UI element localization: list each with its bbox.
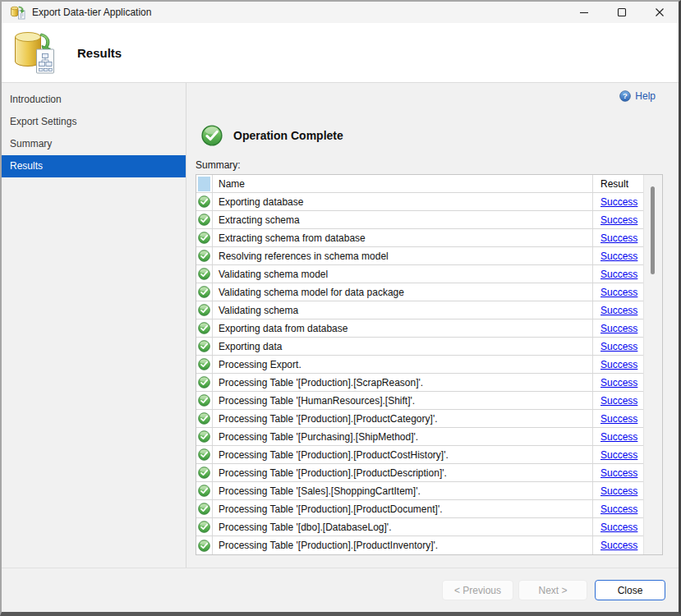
success-check-icon bbox=[198, 448, 210, 461]
sidebar-item-export-settings[interactable]: Export Settings bbox=[2, 111, 186, 133]
success-link[interactable]: Success bbox=[600, 413, 637, 425]
success-check-icon bbox=[198, 394, 210, 407]
sidebar-item-results[interactable]: Results bbox=[2, 155, 186, 177]
table-row[interactable]: Exporting data Success bbox=[196, 338, 643, 356]
success-link[interactable]: Success bbox=[600, 485, 637, 497]
success-check-icon bbox=[198, 485, 210, 497]
table-row[interactable]: Processing Table '[HumanResources].[Shif… bbox=[196, 392, 643, 410]
table-row[interactable]: Validating schema Success bbox=[196, 301, 643, 319]
success-link[interactable]: Success bbox=[600, 377, 637, 388]
success-link[interactable]: Success bbox=[600, 287, 637, 298]
table-row[interactable]: Processing Export. Success bbox=[196, 356, 643, 374]
table-row[interactable]: Processing Table '[Production].[ProductC… bbox=[196, 446, 643, 464]
task-name: Validating schema model for data package bbox=[213, 283, 593, 301]
task-name: Exporting data from database bbox=[213, 319, 593, 337]
success-check-icon bbox=[198, 250, 210, 262]
table-row[interactable]: Processing Table '[Production].[ProductD… bbox=[196, 464, 643, 482]
table-row[interactable]: Processing Table '[Production].[ProductC… bbox=[196, 410, 643, 428]
success-link[interactable]: Success bbox=[600, 341, 637, 352]
results-table-body: Exporting database Success Extracting sc… bbox=[196, 193, 643, 554]
database-to-dac-package-icon bbox=[12, 29, 56, 76]
sidebar-item-summary[interactable]: Summary bbox=[2, 133, 186, 155]
previous-button[interactable]: < Previous bbox=[442, 580, 513, 600]
table-row[interactable]: Processing Table '[dbo].[DatabaseLog]'. … bbox=[196, 518, 643, 536]
success-link[interactable]: Success bbox=[600, 214, 637, 226]
close-icon bbox=[655, 7, 665, 17]
task-name: Exporting database bbox=[213, 193, 593, 210]
success-link[interactable]: Success bbox=[600, 305, 637, 316]
table-row[interactable]: Processing Table '[Sales].[ShoppingCartI… bbox=[196, 482, 643, 500]
export-dac-wizard-window: Export Data-tier Application Results Int… bbox=[0, 0, 681, 616]
table-row[interactable]: Exporting data from database Success bbox=[196, 319, 643, 338]
sidebar-item-introduction[interactable]: Introduction bbox=[2, 89, 186, 111]
vertical-scrollbar[interactable] bbox=[643, 175, 662, 554]
scrollbar-thumb[interactable] bbox=[651, 186, 655, 274]
table-row[interactable]: Extracting schema Success bbox=[196, 211, 643, 229]
task-name: Extracting schema from database bbox=[213, 229, 593, 246]
close-wizard-button[interactable]: Close bbox=[595, 580, 665, 600]
success-link[interactable]: Success bbox=[600, 269, 637, 280]
success-link[interactable]: Success bbox=[600, 232, 637, 244]
success-check-icon bbox=[198, 195, 210, 208]
table-row[interactable]: Validating schema model for data package… bbox=[196, 283, 643, 301]
success-check-icon bbox=[198, 214, 210, 226]
success-link[interactable]: Success bbox=[600, 196, 637, 208]
minimize-button[interactable] bbox=[565, 2, 603, 23]
maximize-button[interactable] bbox=[603, 2, 641, 23]
success-check-icon bbox=[198, 430, 210, 443]
success-link[interactable]: Success bbox=[600, 449, 637, 461]
success-link[interactable]: Success bbox=[600, 395, 637, 407]
table-row[interactable]: Processing Table '[Production].[ScrapRea… bbox=[196, 374, 643, 392]
help-label: Help bbox=[635, 90, 656, 102]
window-title: Export Data-tier Application bbox=[32, 7, 565, 18]
help-link[interactable]: Help bbox=[619, 90, 656, 102]
success-link[interactable]: Success bbox=[600, 540, 637, 551]
status-heading: Operation Complete bbox=[233, 129, 343, 142]
success-check-icon bbox=[198, 376, 210, 388]
task-name: Processing Table '[Purchasing].[ShipMeth… bbox=[213, 428, 593, 445]
table-row[interactable]: Processing Table '[Production].[ProductI… bbox=[196, 536, 643, 554]
window-controls bbox=[565, 2, 679, 23]
name-column-header: Name bbox=[213, 175, 593, 192]
results-page: Help Operation Complete Summary: Name Re… bbox=[186, 83, 679, 568]
results-table: Name Result Exporting database Success E… bbox=[196, 174, 663, 555]
task-name: Exporting data bbox=[213, 338, 593, 355]
success-check-icon bbox=[198, 467, 210, 479]
table-row[interactable]: Processing Table '[Production].[ProductD… bbox=[196, 500, 643, 518]
success-link[interactable]: Success bbox=[600, 359, 637, 370]
table-row[interactable]: Resolving references in schema model Suc… bbox=[196, 247, 643, 265]
close-button[interactable] bbox=[641, 2, 679, 23]
success-link[interactable]: Success bbox=[600, 323, 637, 334]
success-check-icon bbox=[198, 322, 210, 334]
success-link[interactable]: Success bbox=[600, 431, 637, 443]
success-link[interactable]: Success bbox=[600, 467, 637, 479]
next-button[interactable]: Next > bbox=[518, 580, 587, 600]
table-row[interactable]: Processing Table '[Purchasing].[ShipMeth… bbox=[196, 428, 643, 446]
maximize-icon bbox=[617, 7, 627, 17]
table-row[interactable]: Validating schema model Success bbox=[196, 265, 643, 283]
task-name: Validating schema bbox=[213, 301, 593, 319]
task-name: Processing Table '[Production].[ScrapRea… bbox=[213, 374, 593, 391]
success-link[interactable]: Success bbox=[600, 522, 637, 533]
task-name: Processing Table '[Production].[ProductD… bbox=[213, 464, 593, 481]
table-row[interactable]: Exporting database Success bbox=[196, 193, 643, 211]
table-header-row: Name Result bbox=[196, 175, 643, 193]
summary-label: Summary: bbox=[196, 159, 679, 171]
minimize-icon bbox=[579, 7, 589, 17]
help-question-icon bbox=[619, 90, 631, 102]
success-check-icon bbox=[198, 503, 210, 515]
task-name: Processing Table '[HumanResources].[Shif… bbox=[213, 392, 593, 409]
result-column-header: Result bbox=[593, 175, 643, 192]
title-bar: Export Data-tier Application bbox=[2, 2, 679, 23]
task-name: Processing Export. bbox=[213, 356, 593, 373]
success-link[interactable]: Success bbox=[600, 251, 637, 262]
table-row[interactable]: Extracting schema from database Success bbox=[196, 229, 643, 247]
task-name: Processing Table '[Production].[ProductC… bbox=[213, 410, 593, 427]
wizard-header: Results bbox=[2, 23, 679, 83]
success-link[interactable]: Success bbox=[600, 503, 637, 515]
task-name: Resolving references in schema model bbox=[213, 247, 593, 264]
database-export-icon bbox=[10, 6, 25, 20]
task-name: Extracting schema bbox=[213, 211, 593, 228]
success-check-icon bbox=[198, 358, 210, 370]
task-name: Processing Table '[Production].[ProductD… bbox=[213, 500, 593, 517]
